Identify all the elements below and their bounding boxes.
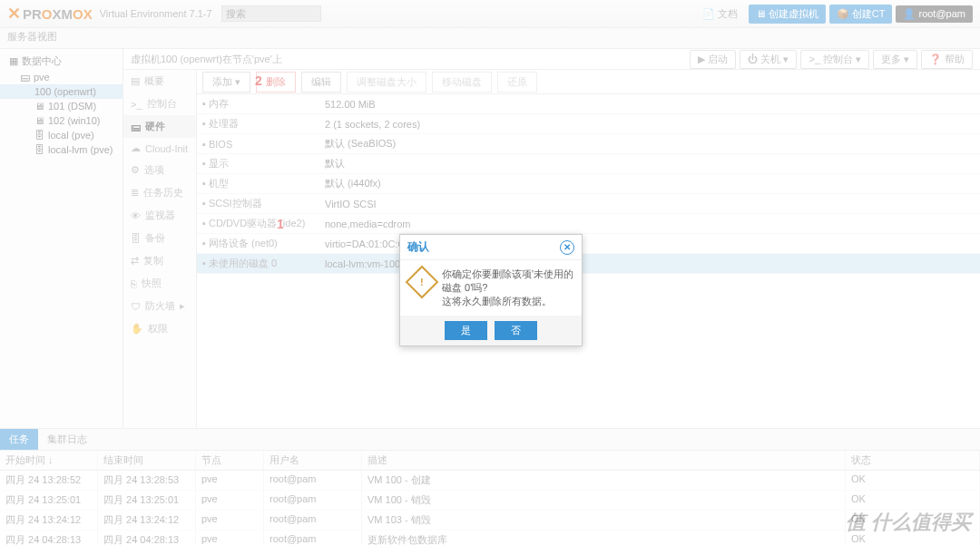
dialog-title: 确认 <box>407 239 429 255</box>
dialog-msg2: 这将永久删除所有数据。 <box>442 295 574 308</box>
no-button[interactable]: 否 <box>495 321 537 340</box>
dialog-msg1: 你确定你要删除该项'未使用的磁盘 0'吗? <box>442 268 574 295</box>
modal-overlay <box>0 0 980 435</box>
close-icon[interactable]: ✕ <box>560 240 574 255</box>
yes-button[interactable]: 是 <box>445 321 487 340</box>
confirm-dialog: 确认✕ ! 你确定你要删除该项'未使用的磁盘 0'吗?这将永久删除所有数据。 是… <box>399 234 583 346</box>
warning-icon: ! <box>406 266 439 299</box>
